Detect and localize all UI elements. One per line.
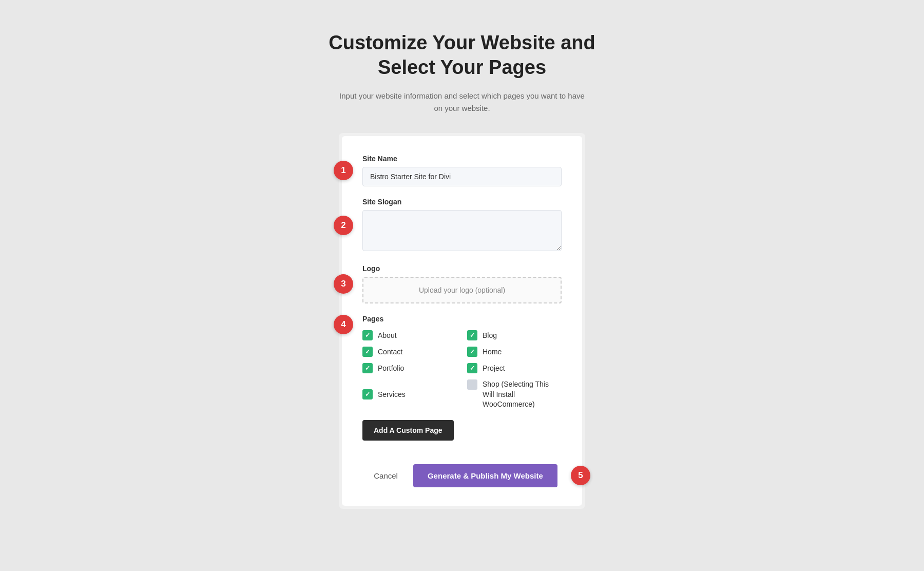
card-shadow: 1 Site Name 2 Site Slogan 3 Logo	[339, 133, 585, 509]
page-name-blog: Blog	[483, 331, 497, 339]
site-name-group: Site Name	[362, 155, 562, 186]
site-slogan-input[interactable]	[362, 210, 562, 251]
step-badge-5: 5	[571, 466, 590, 485]
pages-grid: ✓ About ✓ Blog ✓ Contact	[362, 330, 562, 410]
page-name-contact: Contact	[378, 348, 402, 356]
page-item-services[interactable]: ✓ Services	[362, 379, 457, 410]
step-badge-4: 4	[334, 315, 353, 334]
check-icon-services: ✓	[362, 389, 373, 399]
page-item-project[interactable]: ✓ Project	[467, 363, 562, 373]
check-icon-shop	[467, 379, 477, 390]
step-badge-2: 2	[334, 216, 353, 235]
logo-upload[interactable]: Upload your logo (optional)	[362, 277, 562, 303]
check-icon-home: ✓	[467, 347, 477, 357]
form-footer: Cancel Generate & Publish My Website 5	[362, 464, 562, 487]
add-custom-page-button[interactable]: Add A Custom Page	[362, 420, 454, 441]
site-slogan-label: Site Slogan	[362, 198, 562, 206]
check-icon-blog: ✓	[467, 330, 477, 340]
check-icon-portfolio: ✓	[362, 363, 373, 373]
step-badge-3: 3	[334, 274, 353, 294]
card-footer: Cancel Generate & Publish My Website 5	[362, 464, 562, 487]
site-slogan-section: 2 Site Slogan	[362, 198, 562, 253]
site-name-label: Site Name	[362, 155, 562, 163]
page-name-home: Home	[483, 348, 502, 356]
logo-upload-text: Upload your logo (optional)	[419, 286, 505, 294]
site-slogan-group: Site Slogan	[362, 198, 562, 253]
page-wrapper: Customize Your Website and Select Your P…	[231, 31, 693, 509]
pages-section: 4 Pages ✓ About ✓ Blog	[362, 315, 562, 453]
logo-section: 3 Logo Upload your logo (optional)	[362, 264, 562, 303]
pages-group: Pages ✓ About ✓ Blog	[362, 315, 562, 453]
check-icon-about: ✓	[362, 330, 373, 340]
publish-button[interactable]: Generate & Publish My Website	[413, 464, 557, 487]
site-name-section: 1 Site Name	[362, 155, 562, 186]
page-item-about[interactable]: ✓ About	[362, 330, 457, 340]
page-name-services: Services	[378, 390, 406, 398]
page-name-shop: Shop (Selecting This Will Install WooCom…	[483, 379, 562, 410]
page-name-project: Project	[483, 364, 505, 372]
page-item-shop[interactable]: Shop (Selecting This Will Install WooCom…	[467, 379, 562, 410]
page-item-blog[interactable]: ✓ Blog	[467, 330, 562, 340]
step-badge-1: 1	[334, 161, 353, 180]
page-item-contact[interactable]: ✓ Contact	[362, 347, 457, 357]
page-name-about: About	[378, 331, 397, 339]
page-name-portfolio: Portfolio	[378, 364, 404, 372]
page-item-home[interactable]: ✓ Home	[467, 347, 562, 357]
check-icon-project: ✓	[467, 363, 477, 373]
page-subtitle: Input your website information and selec…	[339, 90, 585, 115]
cancel-button[interactable]: Cancel	[367, 466, 405, 485]
form-card: 1 Site Name 2 Site Slogan 3 Logo	[342, 136, 582, 506]
check-icon-contact: ✓	[362, 347, 373, 357]
site-name-input[interactable]	[362, 167, 562, 186]
page-item-portfolio[interactable]: ✓ Portfolio	[362, 363, 457, 373]
logo-group: Logo Upload your logo (optional)	[362, 264, 562, 303]
pages-label: Pages	[362, 315, 562, 323]
logo-label: Logo	[362, 264, 562, 273]
page-title: Customize Your Website and Select Your P…	[329, 31, 595, 80]
